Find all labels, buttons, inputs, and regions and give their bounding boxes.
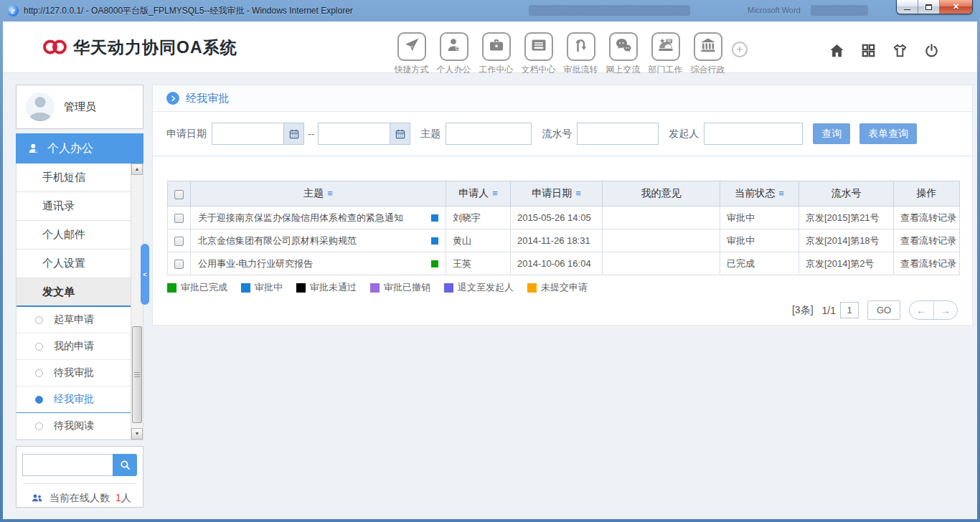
home-icon[interactable] xyxy=(829,42,845,62)
top-nav-item[interactable]: 综合行政 xyxy=(687,32,729,76)
calendar-icon[interactable] xyxy=(390,123,410,145)
legend-color-icon xyxy=(167,283,176,293)
background-window-blur xyxy=(811,5,868,16)
radio-bullet-icon xyxy=(35,369,43,377)
sidebar-menu-item[interactable]: 个人邮件 xyxy=(17,221,131,250)
top-nav-item[interactable]: 部门工作 xyxy=(644,32,687,76)
sidebar-search-button[interactable] xyxy=(113,454,137,476)
top-nav-item[interactable]: 审批流转 xyxy=(560,32,602,76)
next-page-icon[interactable]: → xyxy=(934,301,958,319)
minimize-button[interactable]: — xyxy=(897,0,918,14)
sidebar-submenu-item[interactable]: 我的申请 xyxy=(17,333,131,360)
row-checkbox[interactable] xyxy=(174,260,184,269)
top-nav-item[interactable]: 网上交流 xyxy=(602,32,644,76)
person-star-icon xyxy=(446,37,463,57)
my-opinion-cell xyxy=(603,252,720,275)
scroll-down-icon[interactable]: ▼ xyxy=(131,428,143,440)
sidebar-submenu-item[interactable]: 待我阅读 xyxy=(17,413,131,440)
sidebar-collapse-handle[interactable]: < xyxy=(141,244,149,305)
column-header[interactable]: 我的意见≡ xyxy=(603,181,720,207)
legend-color-icon xyxy=(444,283,453,293)
radio-bullet-icon xyxy=(35,396,43,404)
page-number-input[interactable] xyxy=(840,302,859,318)
view-flow-record-link[interactable]: 查看流转记录 xyxy=(894,252,960,275)
legend-color-icon xyxy=(241,283,250,293)
sidebar-menu-item[interactable]: 个人设置 xyxy=(17,250,131,278)
bank-icon xyxy=(699,37,717,57)
go-button[interactable]: GO xyxy=(867,300,900,320)
serial-filter-input[interactable] xyxy=(577,123,659,145)
add-module-button[interactable]: + xyxy=(732,42,748,57)
app-surface: 华天动力协同OA系统 快捷方式 个人办公 工作中心 文档中心 xyxy=(3,22,977,519)
top-nav-item[interactable]: 文档中心 xyxy=(517,32,560,76)
breadcrumb: 经我审批 xyxy=(153,85,972,112)
view-flow-record-link[interactable]: 查看流转记录 xyxy=(894,229,960,252)
column-header[interactable]: 主题≡ xyxy=(191,181,446,207)
search-icon xyxy=(119,459,131,471)
initiator-filter-input[interactable] xyxy=(704,123,803,145)
online-count: 1 xyxy=(116,492,121,503)
top-nav: 快捷方式 个人办公 工作中心 文档中心 审批流转 xyxy=(390,32,729,76)
view-flow-record-link[interactable]: 查看流转记录 xyxy=(894,207,960,229)
sidebar-section-personal-office[interactable]: 个人办公 xyxy=(16,133,143,163)
sidebar-search-input[interactable] xyxy=(22,454,113,476)
column-header[interactable]: 申请日期≡ xyxy=(511,181,603,207)
logout-power-icon[interactable] xyxy=(923,42,940,62)
table-header-row: 主题≡ 申请人≡ 申请日期≡ 我的意见≡ 当前状态≡ xyxy=(168,181,960,207)
sidebar-submenu-item[interactable]: 起草申请 xyxy=(17,307,131,333)
user-card: 管理员 xyxy=(16,85,143,129)
sidebar-submenu-item[interactable]: 经我审批 xyxy=(17,386,131,413)
subject-filter-input[interactable] xyxy=(446,123,532,145)
date-to-input[interactable] xyxy=(318,123,390,145)
top-nav-item[interactable]: 个人办公 xyxy=(433,32,475,76)
search-button[interactable]: 查询 xyxy=(813,123,850,144)
calendar-icon[interactable] xyxy=(283,123,304,145)
sidebar-menu-item[interactable]: 通讯录 xyxy=(17,192,131,221)
applicant-cell: 刘晓宇 xyxy=(446,207,511,229)
subject-link[interactable]: 公用事业-电力行业研究报告 xyxy=(198,257,313,270)
row-checkbox[interactable] xyxy=(174,214,184,223)
select-all-checkbox[interactable] xyxy=(174,190,184,199)
apply-date-cell: 2014-11-26 18:31 xyxy=(511,229,603,252)
sort-icon[interactable]: ≡ xyxy=(778,188,784,199)
online-users-icon xyxy=(31,492,44,505)
scrollbar-thumb[interactable] xyxy=(132,326,142,423)
brand-name: 华天动力协同OA系统 xyxy=(73,36,237,58)
serial-cell: 京发[2014]第2号 xyxy=(799,252,894,275)
applicant-cell: 王英 xyxy=(446,252,511,275)
chat-bubbles-icon xyxy=(615,37,632,57)
subject-link[interactable]: 北京金信集团有限公司原材料采购规范 xyxy=(198,234,357,247)
apply-date-cell: 2015-05-26 14:05 xyxy=(511,207,603,229)
ie-logo-icon: e xyxy=(7,5,19,16)
date-from-input[interactable] xyxy=(212,123,283,145)
column-header[interactable]: 流水号≡ xyxy=(799,181,894,207)
sidebar-submenu-item[interactable]: 待我审批 xyxy=(17,360,131,386)
subject-link[interactable]: 关于迎接南京保监办保险信用体系检查的紧急通知 xyxy=(198,212,403,224)
column-header[interactable]: 申请人≡ xyxy=(446,181,511,207)
top-nav-item[interactable]: 快捷方式 xyxy=(390,32,433,76)
breadcrumb-arrow-icon xyxy=(166,92,179,105)
legend-color-icon xyxy=(370,283,380,293)
sort-icon[interactable]: ≡ xyxy=(575,188,581,199)
row-checkbox[interactable] xyxy=(174,237,184,246)
sort-icon[interactable]: ≡ xyxy=(327,188,333,199)
serial-cell: 京发[2015]第21号 xyxy=(799,207,894,229)
briefcase-icon xyxy=(488,37,505,57)
sidebar-menu-item[interactable]: 手机短信 xyxy=(17,163,131,192)
header-quick-icons xyxy=(829,42,940,62)
applicant-cell: 黄山 xyxy=(446,229,511,252)
maximize-button[interactable] xyxy=(918,0,940,14)
theme-shirt-icon[interactable] xyxy=(892,42,908,62)
sidebar-menu-item[interactable]: 发文单 xyxy=(17,278,131,307)
scroll-up-icon[interactable]: ▲ xyxy=(131,163,143,175)
background-window-blur xyxy=(529,5,690,16)
prev-page-icon[interactable]: ← xyxy=(910,301,934,319)
form-search-button[interactable]: 表单查询 xyxy=(859,123,917,144)
close-button[interactable]: ✕ xyxy=(940,0,972,14)
column-header[interactable]: 操作≡ xyxy=(894,181,960,207)
app-grid-icon[interactable] xyxy=(860,42,877,62)
top-nav-item[interactable]: 工作中心 xyxy=(475,32,517,76)
window-title: http://127.0.0.1/ - OA8000平台版_FPLMYSQL5-… xyxy=(24,5,353,17)
sort-icon[interactable]: ≡ xyxy=(492,188,498,199)
column-header[interactable]: 当前状态≡ xyxy=(720,181,799,207)
